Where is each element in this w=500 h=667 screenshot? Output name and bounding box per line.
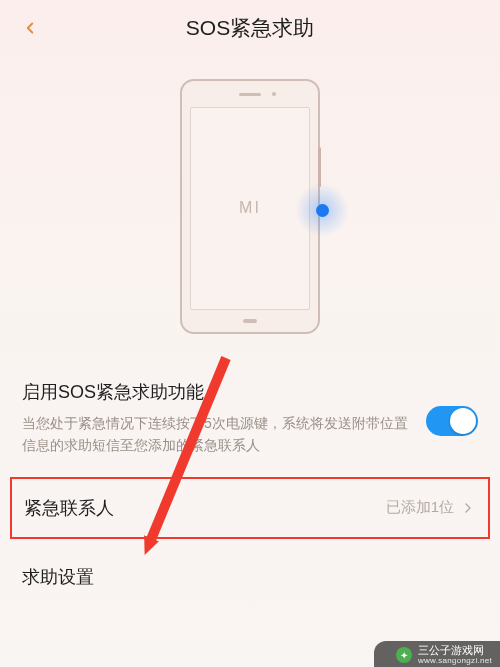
emergency-contacts-label: 紧急联系人 — [24, 496, 114, 520]
back-button[interactable] — [16, 14, 44, 42]
emergency-contacts-value: 已添加1位 — [386, 498, 454, 517]
sos-settings-label: 求助设置 — [22, 565, 94, 589]
enable-sos-title: 启用SOS紧急求助功能 — [22, 380, 412, 404]
header: SOS紧急求助 — [0, 0, 500, 56]
chevron-left-icon — [21, 19, 39, 37]
chevron-right-icon — [460, 500, 476, 516]
power-button-icon — [318, 147, 321, 187]
mi-logo: MI — [239, 199, 261, 217]
watermark-name: 三公子游戏网 — [418, 645, 492, 657]
enable-sos-description: 当您处于紧急情况下连续按下5次电源键，系统将发送附带位置信息的求助短信至您添加的… — [22, 412, 412, 457]
sos-settings-row[interactable]: 求助设置 — [0, 545, 500, 609]
page-title: SOS紧急求助 — [186, 14, 314, 42]
watermark: ✦ 三公子游戏网 www.sangongzi.net — [374, 641, 500, 667]
enable-sos-toggle[interactable] — [426, 406, 478, 436]
watermark-url: www.sangongzi.net — [418, 657, 492, 665]
enable-sos-section: 启用SOS紧急求助功能 当您处于紧急情况下连续按下5次电源键，系统将发送附带位置… — [0, 356, 500, 477]
phone-outline: MI — [180, 79, 320, 334]
emergency-contacts-row[interactable]: 紧急联系人 已添加1位 — [10, 477, 490, 539]
watermark-logo-icon: ✦ — [396, 647, 412, 663]
phone-illustration: MI — [0, 56, 500, 356]
